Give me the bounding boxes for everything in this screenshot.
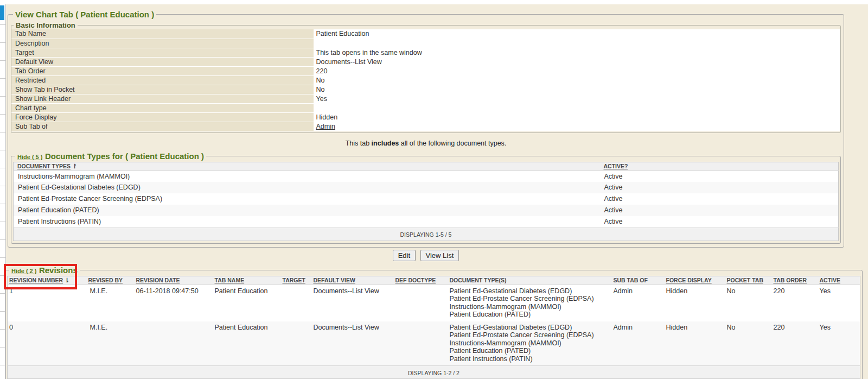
- info-row: Tab Name Patient Education: [11, 29, 840, 39]
- document-types-list: Patient Ed-Gestational Diabetes (EDGD) P…: [448, 321, 612, 366]
- info-label: Sub Tab of: [11, 122, 314, 131]
- page-title: View Chart Tab ( Patient Education ): [13, 10, 156, 19]
- document-types-footer-row: DISPLAYING 1-5 / 5: [14, 228, 839, 241]
- document-type-active: Active: [600, 216, 839, 228]
- force-display: Hidden: [665, 285, 725, 321]
- column-label: POCKET TAB: [727, 277, 763, 283]
- document-type-row: Patient Instructions (PATIN) Active: [14, 216, 839, 228]
- column-label: SUB TAB OF: [614, 277, 648, 283]
- revision-row: 1 M.I.E. 06-11-2018 09:47:50 Patient Edu…: [8, 285, 860, 321]
- document-types-header-row: DOCUMENT TYPES ↾ ACTIVE?: [14, 162, 839, 170]
- info-value: [314, 103, 840, 112]
- note-bold-text: includes: [372, 140, 399, 147]
- column-sub-tab-of: SUB TAB OF: [612, 276, 665, 285]
- column-label: TARGET: [283, 277, 305, 283]
- column-document-types: DOCUMENT TYPE(S): [448, 276, 612, 285]
- sub-tab-of-link[interactable]: Admin: [316, 123, 335, 130]
- column-label: ACTIVE: [820, 277, 841, 283]
- def-doctype: [394, 321, 448, 366]
- document-type-active: Active: [600, 193, 839, 205]
- view-chart-tab-section: View Chart Tab ( Patient Education ) Bas…: [8, 10, 844, 248]
- info-row: Restricted No: [11, 75, 840, 85]
- info-label: Show Link Header: [11, 94, 314, 103]
- column-tab-name[interactable]: TAB NAME: [213, 276, 281, 285]
- tab-order: 220: [772, 321, 818, 366]
- column-label: REVISED BY: [88, 277, 123, 283]
- column-label: TAB NAME: [215, 277, 245, 283]
- revised-by: M.I.E.: [87, 285, 135, 321]
- document-type-item: Patient Ed-Prostate Cancer Screening (ED…: [450, 295, 611, 303]
- info-label: Show Tab in Pocket: [11, 85, 314, 94]
- column-pocket-tab[interactable]: POCKET TAB: [725, 276, 772, 285]
- document-type-item: Instructions-Mammogram (MAMMOI): [450, 303, 611, 311]
- document-type-active: Active: [600, 205, 839, 216]
- info-label: Force Display: [11, 112, 314, 122]
- document-types-section: Hide ( 5 ) Document Types for ( Patient …: [11, 151, 841, 244]
- column-revised-by[interactable]: REVISED BY: [87, 276, 135, 285]
- includes-note: This tab includes all of the following d…: [11, 140, 841, 147]
- edit-button[interactable]: Edit: [393, 250, 416, 261]
- info-row: Description: [11, 39, 840, 48]
- document-type-name: Patient Education (PATED): [14, 205, 600, 216]
- revision-row: 0 M.I.E. Patient Education Documents--Li…: [8, 321, 860, 366]
- column-label: REVISION DATE: [136, 277, 180, 283]
- info-row: Tab Order 220: [11, 66, 840, 75]
- document-type-item: Patient Ed-Prostate Cancer Screening (ED…: [450, 331, 611, 339]
- pocket-tab: No: [725, 285, 772, 321]
- page-background: View Chart Tab ( Patient Education ) Bas…: [6, 4, 868, 379]
- info-value: No: [314, 75, 840, 85]
- column-revision-date[interactable]: REVISION DATE: [135, 276, 213, 285]
- document-type-active: Active: [600, 182, 839, 193]
- column-active[interactable]: ACTIVE: [818, 276, 860, 285]
- info-value: Patient Education: [314, 29, 840, 39]
- revised-by: M.I.E.: [87, 321, 135, 366]
- document-type-item: Instructions-Mammogram (MAMMOI): [450, 339, 611, 348]
- column-label: DEF DOCTYPE: [395, 277, 436, 283]
- view-list-button[interactable]: View List: [420, 250, 459, 261]
- column-label: DOCUMENT TYPES: [17, 163, 71, 169]
- info-value: Documents--List View: [314, 57, 840, 66]
- info-label: Description: [11, 39, 314, 48]
- column-default-view[interactable]: DEFAULT VIEW: [312, 276, 394, 285]
- top-strip: [0, 0, 868, 4]
- note-text: all of the following document types.: [399, 140, 506, 147]
- column-label: DEFAULT VIEW: [314, 277, 355, 283]
- info-label: Restricted: [11, 75, 314, 85]
- default-view: Documents--List View: [312, 285, 394, 321]
- tab-order: 220: [772, 285, 818, 321]
- document-type-row: Patient Ed-Gestational Diabetes (EDGD) A…: [14, 182, 839, 193]
- basic-information-title: Basic Information: [14, 21, 78, 29]
- info-value: Admin: [314, 122, 840, 131]
- sort-ascending-icon: ↾: [72, 163, 77, 169]
- target: [281, 321, 312, 366]
- column-target[interactable]: TARGET: [281, 276, 312, 285]
- selected-row-indicator: [0, 5, 4, 20]
- basic-information-section: Basic Information Tab Name Patient Educa…: [11, 21, 841, 133]
- document-type-name: Patient Instructions (PATIN): [14, 216, 600, 228]
- default-view: Documents--List View: [312, 321, 394, 366]
- action-buttons: Edit View List: [8, 250, 844, 261]
- column-document-types[interactable]: DOCUMENT TYPES ↾: [14, 162, 600, 170]
- displaying-count: DISPLAYING 1-2 / 2: [8, 366, 860, 379]
- info-row: Chart type: [11, 103, 840, 112]
- force-display: Hidden: [665, 321, 725, 366]
- document-type-item: Patient Instructions (PATIN): [450, 355, 611, 363]
- def-doctype: [394, 285, 448, 321]
- hide-document-types-link[interactable]: Hide ( 5 ): [17, 154, 42, 160]
- column-tab-order[interactable]: TAB ORDER: [772, 276, 818, 285]
- column-def-doctype[interactable]: DEF DOCTYPE: [394, 276, 448, 285]
- pocket-tab: No: [725, 321, 772, 366]
- note-text: This tab: [346, 140, 372, 147]
- document-type-row: Instructions-Mammogram (MAMMOI) Active: [14, 170, 839, 182]
- document-type-active: Active: [600, 170, 839, 182]
- info-label: Target: [11, 48, 314, 57]
- document-type-item: Patient Education (PATED): [450, 347, 611, 355]
- tab-name: Patient Education: [213, 285, 281, 321]
- column-force-display[interactable]: FORCE DISPLAY: [665, 276, 725, 285]
- revision-date: [135, 321, 213, 366]
- document-types-table: DOCUMENT TYPES ↾ ACTIVE? Instructions-Ma…: [13, 162, 839, 241]
- column-active[interactable]: ACTIVE?: [600, 162, 839, 170]
- info-row: Default View Documents--List View: [11, 57, 840, 66]
- revision-number: 0: [8, 321, 87, 366]
- document-type-item: Patient Ed-Gestational Diabetes (EDGD): [450, 324, 611, 332]
